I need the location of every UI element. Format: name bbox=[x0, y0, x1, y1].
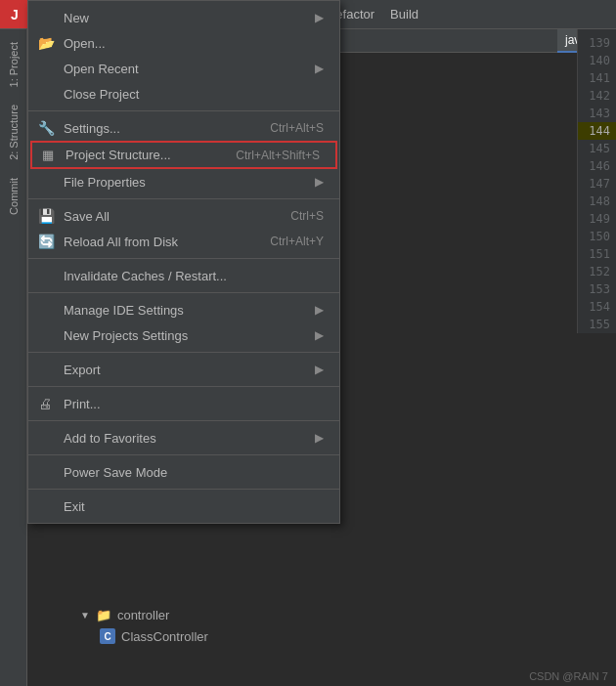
line-150: 150 bbox=[578, 228, 616, 245]
sidebar-tab-commit[interactable]: Commit bbox=[4, 170, 23, 223]
menu-item-reload[interactable]: 🔄 Reload All from Disk Ctrl+Alt+Y bbox=[28, 229, 339, 254]
separator-4 bbox=[28, 292, 339, 293]
project-tree-bottom: ▼ 📁 controller C ClassController bbox=[76, 604, 212, 647]
submenu-arrow-recent-icon: ▶ bbox=[315, 62, 324, 75]
menu-item-settings[interactable]: 🔧 Settings... Ctrl+Alt+S bbox=[28, 115, 339, 141]
controller-folder-item[interactable]: ▼ 📁 controller bbox=[76, 604, 212, 625]
sidebar-tab-project[interactable]: 1: Project bbox=[4, 34, 23, 95]
menu-item-add-favorites[interactable]: Add to Favorites ▶ bbox=[28, 425, 339, 450]
submenu-arrow-fileprops-icon: ▶ bbox=[315, 175, 324, 189]
menu-item-new[interactable]: New ▶ bbox=[28, 5, 339, 30]
separator-7 bbox=[28, 420, 339, 421]
separator-9 bbox=[28, 489, 339, 490]
sidebar-tab-structure[interactable]: 2: Structure bbox=[4, 97, 23, 168]
menu-item-print[interactable]: 🖨 Print... bbox=[28, 391, 339, 416]
line-numbers: 139 140 141 142 143 144 145 146 147 148 … bbox=[577, 29, 616, 333]
line-153: 153 bbox=[578, 280, 616, 298]
separator-8 bbox=[28, 454, 339, 455]
line-152: 152 bbox=[578, 263, 616, 280]
menu-item-invalidate[interactable]: Invalidate Caches / Restart... bbox=[28, 263, 339, 288]
reload-shortcut: Ctrl+Alt+Y bbox=[270, 235, 324, 248]
open-folder-icon: 📂 bbox=[38, 35, 55, 51]
menu-item-export[interactable]: Export ▶ bbox=[28, 357, 339, 382]
save-icon: 💾 bbox=[38, 208, 55, 224]
expand-arrow-icon: ▼ bbox=[80, 610, 90, 621]
line-144: 144 bbox=[578, 122, 616, 140]
project-structure-icon: ▦ bbox=[42, 148, 54, 162]
class-icon: C bbox=[100, 628, 115, 644]
submenu-arrow-newprojects-icon: ▶ bbox=[315, 328, 324, 342]
folder-icon: 📁 bbox=[96, 608, 111, 622]
project-structure-shortcut: Ctrl+Alt+Shift+S bbox=[236, 149, 320, 162]
separator-1 bbox=[28, 110, 339, 111]
line-147: 147 bbox=[578, 175, 616, 193]
wrench-icon: 🔧 bbox=[38, 120, 55, 136]
separator-3 bbox=[28, 258, 339, 259]
line-140: 140 bbox=[578, 52, 616, 69]
separator-6 bbox=[28, 386, 339, 387]
class-label: ClassController bbox=[121, 629, 208, 644]
submenu-arrow-favorites-icon: ▶ bbox=[315, 431, 324, 445]
menu-item-open-recent[interactable]: Open Recent ▶ bbox=[28, 56, 339, 81]
menu-item-project-structure[interactable]: ▦ Project Structure... Ctrl+Alt+Shift+S bbox=[30, 141, 337, 169]
file-dropdown-menu: New ▶ 📂 Open... Open Recent ▶ Close Proj… bbox=[27, 0, 340, 524]
menu-item-file-properties[interactable]: File Properties ▶ bbox=[28, 169, 339, 194]
line-145: 145 bbox=[578, 140, 616, 157]
submenu-arrow-manage-icon: ▶ bbox=[315, 303, 324, 317]
line-154: 154 bbox=[578, 298, 616, 316]
line-148: 148 bbox=[578, 193, 616, 210]
separator-2 bbox=[28, 198, 339, 199]
line-155: 155 bbox=[578, 316, 616, 333]
menu-build[interactable]: Build bbox=[382, 0, 426, 28]
class-controller-item[interactable]: C ClassController bbox=[76, 625, 212, 647]
menu-item-close-project[interactable]: Close Project bbox=[28, 81, 339, 107]
controller-label: controller bbox=[117, 608, 169, 622]
save-all-shortcut: Ctrl+S bbox=[290, 209, 324, 223]
line-139: 139 bbox=[578, 34, 616, 52]
line-141: 141 bbox=[578, 69, 616, 87]
submenu-arrow-export-icon: ▶ bbox=[315, 363, 324, 376]
settings-shortcut: Ctrl+Alt+S bbox=[270, 121, 324, 135]
menu-item-save-all[interactable]: 💾 Save All Ctrl+S bbox=[28, 203, 339, 229]
line-151: 151 bbox=[578, 245, 616, 263]
menu-item-new-projects[interactable]: New Projects Settings ▶ bbox=[28, 322, 339, 348]
left-sidebar: 1: Project 2: Structure Commit bbox=[0, 29, 27, 686]
menu-item-manage-ide[interactable]: Manage IDE Settings ▶ bbox=[28, 297, 339, 322]
menu-item-power-save[interactable]: Power Save Mode bbox=[28, 459, 339, 485]
reload-icon: 🔄 bbox=[38, 234, 55, 249]
line-146: 146 bbox=[578, 157, 616, 175]
menu-item-exit[interactable]: Exit bbox=[28, 493, 339, 519]
watermark: CSDN @RAIN 7 bbox=[529, 670, 608, 682]
separator-5 bbox=[28, 352, 339, 353]
line-149: 149 bbox=[578, 210, 616, 228]
print-icon: 🖨 bbox=[38, 396, 52, 411]
line-143: 143 bbox=[578, 105, 616, 122]
submenu-arrow-icon: ▶ bbox=[315, 11, 324, 24]
line-142: 142 bbox=[578, 87, 616, 105]
app-logo: J bbox=[0, 0, 29, 28]
menu-item-open[interactable]: 📂 Open... bbox=[28, 30, 339, 56]
